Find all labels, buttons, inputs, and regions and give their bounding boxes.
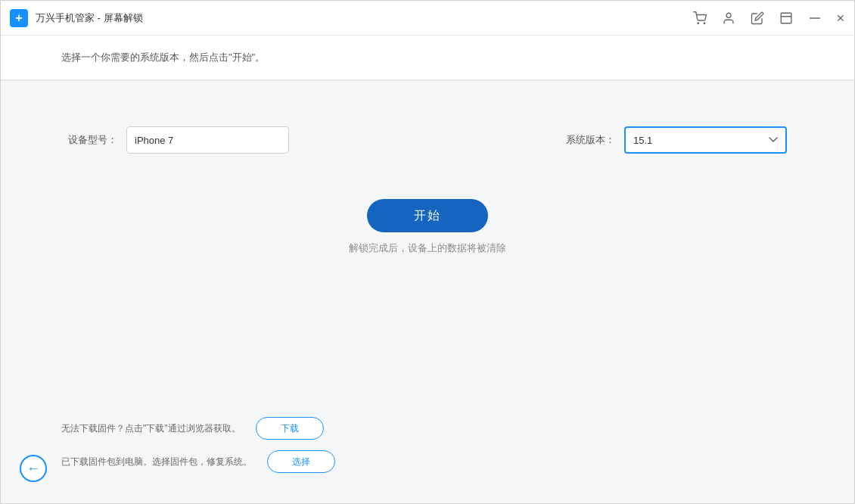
download-row: 无法下载固件？点击"下载"通过浏览器获取。 下载 — [61, 417, 794, 440]
user-icon[interactable] — [721, 11, 736, 26]
version-field-group: 系统版本： 15.115.014.814.714.6 — [566, 126, 787, 154]
minimize-icon[interactable] — [807, 11, 822, 26]
device-info-row: 设备型号： 系统版本： 15.115.014.814.714.6 — [68, 126, 787, 154]
svg-rect-3 — [781, 13, 791, 23]
version-select[interactable]: 15.115.014.814.714.6 — [624, 126, 787, 154]
instruction-text: 选择一个你需要的系统版本，然后点击"开始"。 — [61, 51, 265, 63]
device-label: 设备型号： — [68, 133, 117, 147]
back-icon: ← — [26, 461, 40, 477]
main-content: 选择一个你需要的系统版本，然后点击"开始"。 设备型号： 系统版本： 15.11… — [1, 36, 854, 503]
window-icon[interactable] — [779, 11, 794, 26]
close-icon[interactable]: ✕ — [836, 12, 845, 24]
app-title: 万兴手机管家 - 屏幕解锁 — [36, 11, 692, 25]
start-button[interactable]: 开始 — [367, 199, 488, 232]
select-row: 已下载固件包到电脑。选择固件包，修复系统。 选择 — [61, 450, 794, 473]
version-label: 系统版本： — [566, 133, 615, 147]
select-button[interactable]: 选择 — [267, 450, 335, 473]
select-text: 已下载固件包到电脑。选择固件包，修复系统。 — [61, 456, 252, 468]
svg-point-1 — [704, 23, 705, 24]
app-logo: + — [10, 9, 28, 27]
window-controls: ✕ — [692, 11, 845, 26]
title-bar: + 万兴手机管家 - 屏幕解锁 — [1, 1, 854, 36]
download-text: 无法下载固件？点击"下载"通过浏览器获取。 — [61, 422, 241, 435]
download-button[interactable]: 下载 — [256, 417, 324, 440]
bottom-section: 无法下载固件？点击"下载"通过浏览器获取。 下载 已下载固件包到电脑。选择固件包… — [1, 402, 854, 488]
back-button[interactable]: ← — [20, 455, 47, 482]
edit-icon[interactable] — [750, 11, 765, 26]
content-area: 设备型号： 系统版本： 15.115.014.814.714.6 开始 解锁完成… — [1, 81, 854, 503]
svg-point-0 — [698, 23, 699, 24]
cart-icon[interactable] — [692, 11, 707, 26]
svg-point-2 — [726, 13, 731, 17]
instruction-bar: 选择一个你需要的系统版本，然后点击"开始"。 — [1, 36, 854, 80]
device-input[interactable] — [126, 126, 289, 154]
button-area: 开始 解锁完成后，设备上的数据将被清除 — [349, 199, 506, 255]
warning-text: 解锁完成后，设备上的数据将被清除 — [349, 241, 506, 255]
device-field-group: 设备型号： — [68, 126, 289, 154]
